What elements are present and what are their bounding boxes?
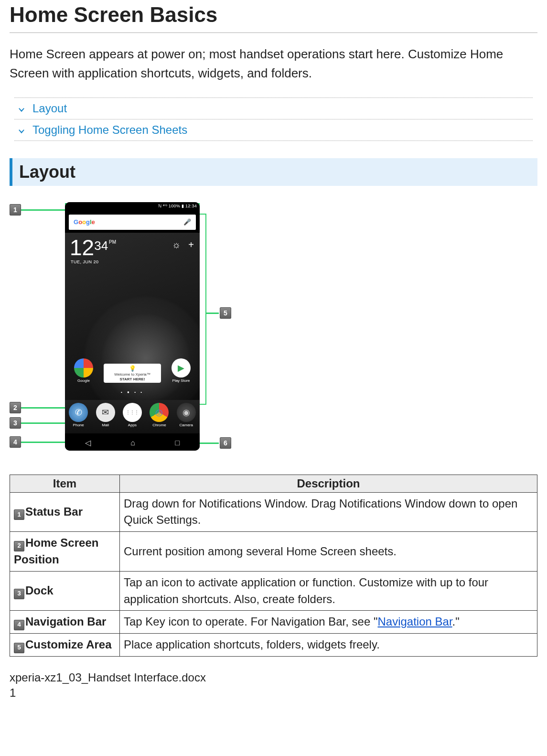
app-label: Chrome (152, 423, 166, 427)
callout-1-badge: 1 (10, 204, 21, 216)
app-label: Camera (180, 423, 193, 427)
title-rule (10, 32, 537, 33)
table-row: 2Home Screen Position Current position a… (10, 532, 537, 572)
app-label: Apps (128, 423, 137, 427)
nav-recents-icon[interactable]: □ (175, 439, 180, 447)
play-store-app[interactable]: ▶ Play Store (170, 358, 193, 383)
clock-hours: 12 (70, 237, 94, 259)
callout-4-badge: 4 (10, 436, 21, 448)
row-name: Dock (25, 584, 54, 597)
nav-home-icon[interactable]: ⌂ (130, 439, 135, 447)
guide-line (21, 442, 65, 443)
row-num-badge: 2 (14, 541, 24, 551)
footer-filename: xperia-xz1_03_Handset Interface.docx (10, 671, 537, 684)
intro-paragraph: Home Screen appears at power on; most ha… (10, 44, 537, 83)
page-title: Home Screen Basics (10, 3, 537, 27)
dock-app-mail[interactable]: ✉Mail (94, 403, 117, 427)
app-label: Play Store (172, 378, 190, 383)
down-arrow-icon (16, 125, 27, 135)
play-icon: ▶ (172, 358, 191, 378)
row-name: Customize Area (25, 638, 112, 651)
row-num-badge: 3 (14, 589, 24, 599)
dock-app-apps[interactable]: ⋮⋮⋮Apps (121, 403, 144, 427)
page-indicator-dots[interactable]: • ● • • (65, 390, 200, 394)
navigation-bar-link[interactable]: Navigation Bar (377, 615, 452, 628)
down-arrow-icon (16, 103, 27, 114)
table-header-description: Description (120, 475, 537, 492)
google-logo: Google (74, 218, 95, 226)
weather-widget[interactable]: ☼ + (172, 239, 194, 250)
guide-line (21, 422, 65, 424)
footer-page-number: 1 (10, 686, 537, 700)
callout-5-badge: 5 (220, 307, 231, 319)
mic-icon[interactable]: 🎤 (183, 218, 191, 226)
folder-icon (74, 358, 93, 378)
table-of-contents: Layout Toggling Home Screen Sheets (14, 97, 533, 141)
row-desc: Current position among several Home Scre… (120, 532, 537, 572)
toc-item-layout[interactable]: Layout (14, 98, 533, 119)
row-desc: Tap an icon to activate application or f… (120, 571, 537, 611)
phone-status-bar: ℕ ⁴ᴳ 100% ▮ 12:34 (65, 202, 200, 212)
toc-link[interactable]: Toggling Home Screen Sheets (32, 123, 187, 137)
phone-icon: ✆ (69, 403, 88, 422)
sun-icon: ☼ (172, 239, 181, 250)
row-name: Navigation Bar (25, 615, 106, 628)
phone-navigation-bar: ◁ ⌂ □ (65, 433, 200, 451)
table-row: 3Dock Tap an icon to activate applicatio… (10, 571, 537, 611)
phone-wallpaper-area: 12 34 PM TUE, JUN 20 ☼ + Google 💡 Welcom… (65, 233, 200, 400)
camera-icon: ◉ (177, 403, 196, 422)
toc-link[interactable]: Layout (32, 102, 67, 115)
guide-line (21, 209, 65, 211)
clock-minutes: 34 (94, 238, 108, 253)
row-desc: Tap Key icon to operate. For Navigation … (120, 611, 537, 634)
app-label: Google (77, 378, 90, 383)
row-num-badge: 4 (14, 620, 24, 630)
table-row: 4Navigation Bar Tap Key icon to operate.… (10, 611, 537, 634)
toc-item-toggling[interactable]: Toggling Home Screen Sheets (14, 119, 533, 141)
dock-app-camera[interactable]: ◉Camera (175, 403, 198, 427)
app-label: Mail (102, 423, 109, 427)
table-row: 1Status Bar Drag down for Notifications … (10, 492, 537, 532)
callout-2-badge: 2 (10, 402, 21, 413)
plus-icon: + (188, 239, 194, 250)
home-app-row: Google 💡 Welcome to Xperia™ START HERE! … (65, 358, 200, 383)
callout-6-badge: 6 (220, 437, 231, 449)
dock-app-chrome[interactable]: ◎Chrome (148, 403, 171, 427)
section-heading-layout: Layout (10, 158, 537, 186)
guide-bracket-customize (200, 214, 206, 405)
apps-icon: ⋮⋮⋮ (123, 403, 142, 422)
nav-back-icon[interactable]: ◁ (85, 438, 91, 447)
guide-line (206, 313, 219, 314)
table-row: 5Customize Area Place application shortc… (10, 634, 537, 657)
welcome-line1: Welcome to Xperia™ (114, 372, 150, 377)
phone-mock: ℕ ⁴ᴳ 100% ▮ 12:34 Google 🎤 12 34 PM TUE,… (65, 202, 200, 451)
phone-dock: ✆Phone ✉Mail ⋮⋮⋮Apps ◎Chrome ◉Camera (65, 400, 200, 433)
layout-items-table: Item Description 1Status Bar Drag down f… (10, 475, 537, 657)
row-desc: Drag down for Notifications Window. Drag… (120, 492, 537, 532)
callout-3-badge: 3 (10, 417, 21, 429)
row-num-badge: 1 (14, 509, 24, 520)
google-folder[interactable]: Google (72, 358, 95, 383)
row-num-badge: 5 (14, 643, 24, 653)
row-name: Home Screen Position (14, 536, 98, 566)
clock-date: TUE, JUN 20 (71, 259, 99, 264)
layout-diagram: 1 2 3 4 5 6 ℕ ⁴ᴳ 100% ▮ 12:34 Google 🎤 1… (10, 202, 268, 470)
app-label: Phone (73, 423, 84, 427)
dock-app-phone[interactable]: ✆Phone (67, 403, 90, 427)
row-name: Status Bar (25, 505, 83, 518)
chrome-icon: ◎ (150, 403, 169, 422)
welcome-widget[interactable]: 💡 Welcome to Xperia™ START HERE! (104, 364, 161, 383)
mail-icon: ✉ (96, 403, 115, 422)
clock-ampm: PM (109, 239, 116, 245)
row-desc: Place application shortcuts, folders, wi… (120, 634, 537, 657)
table-header-item: Item (10, 475, 120, 492)
google-search-widget[interactable]: Google 🎤 (69, 215, 196, 230)
clock-widget[interactable]: 12 34 PM (70, 237, 116, 259)
guide-line (21, 407, 65, 409)
welcome-line2: START HERE! (119, 377, 145, 381)
